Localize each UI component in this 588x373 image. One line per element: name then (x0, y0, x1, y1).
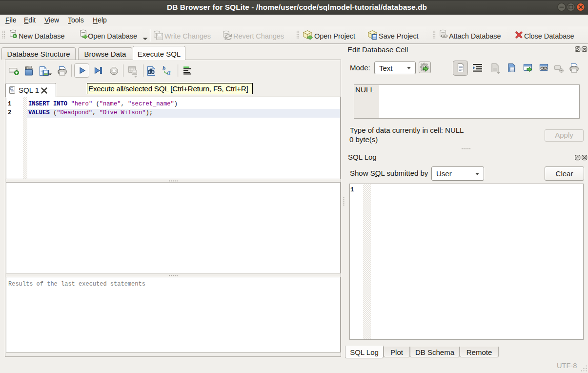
svg-text:b: b (162, 65, 165, 72)
svg-text:a: a (167, 68, 171, 76)
